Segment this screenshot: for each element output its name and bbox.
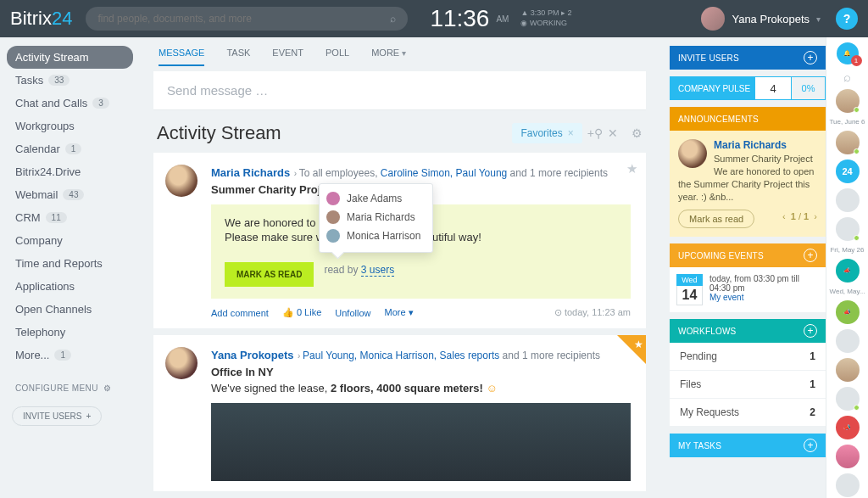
more-link[interactable]: More ▾ (384, 307, 413, 318)
nav-webmail[interactable]: Webmail43 (7, 183, 133, 206)
tab-poll[interactable]: POLL (326, 48, 349, 66)
clock-widget[interactable]: 11:36 AM ▲ 3:30 PM ▸ 2 ◉ WORKING (430, 5, 571, 32)
announcement-card[interactable]: Maria Richards Summer Charity Project We… (670, 131, 826, 237)
tab-message[interactable]: MESSAGE (159, 48, 204, 66)
announcement-pager[interactable]: ‹ 1 / 1 › (782, 211, 817, 221)
post-image[interactable] (211, 403, 631, 481)
plus-icon[interactable]: + (804, 51, 817, 64)
logo[interactable]: Bitrix24 (10, 8, 72, 30)
upcoming-event[interactable]: Wed 14 today, from 03:30 pm till 04:30 p… (670, 267, 826, 312)
contact-avatar[interactable] (836, 358, 860, 382)
post-body-text: We've signed the lease, 2 floors, 4000 s… (211, 382, 631, 394)
nav-drive[interactable]: Bitrix24.Drive (7, 160, 133, 183)
tooltip-user[interactable]: Maria Richards (347, 211, 415, 223)
stream-post: ★ Maria Richards › To all employees, Car… (153, 153, 646, 328)
contact-avatar[interactable] (836, 445, 860, 468)
close-icon[interactable]: ✕ (608, 126, 618, 140)
post-recipients: Paul Young, Monica Harrison, Sales repor… (303, 350, 600, 361)
user-menu[interactable]: Yana Prokopets ▾ ? (701, 7, 858, 31)
gear-icon[interactable]: ⚙ (632, 126, 643, 140)
search-icon[interactable]: ⌕ (390, 13, 396, 25)
read-by-link[interactable]: 3 users (361, 264, 394, 277)
tab-task[interactable]: TASK (226, 48, 250, 66)
star-icon[interactable]: ★ (626, 161, 637, 176)
configure-menu[interactable]: CONFIGURE MENU⚙ (7, 378, 133, 398)
notifications-icon[interactable]: 🔔1 (837, 42, 859, 64)
add-person-icon[interactable]: +⚲ (587, 126, 603, 140)
close-icon[interactable]: × (568, 127, 574, 139)
nav-tasks[interactable]: Tasks33 (7, 69, 133, 92)
nav-crm[interactable]: CRM11 (7, 206, 133, 229)
composer-input[interactable]: Send message … (153, 71, 646, 110)
chevron-down-icon: ▾ (402, 48, 406, 58)
post-author[interactable]: Yana Prokopets (211, 349, 294, 361)
b24-icon[interactable]: 24 (836, 159, 860, 183)
user-name: Yana Prokopets (732, 13, 810, 25)
left-sidebar: Activity Stream Tasks33 Chat and Calls3 … (0, 37, 140, 443)
nav-apps[interactable]: Applications (7, 275, 133, 298)
nav-channels[interactable]: Open Channels (7, 298, 133, 321)
user-avatar-icon (326, 210, 340, 224)
unfollow-link[interactable]: Unfollow (335, 308, 370, 318)
main-content: MESSAGE TASK EVENT POLL MORE ▾ Send mess… (140, 37, 659, 498)
nav-telephony[interactable]: Telephony (7, 321, 133, 344)
megaphone-icon[interactable]: 📣 (836, 300, 860, 324)
help-button[interactable]: ? (836, 8, 858, 30)
workflows-header[interactable]: WORKFLOWS+ (670, 319, 826, 343)
contact-rail: 🔔1 ⌕ Tue, June 6 24 Fri, May 26 📣 Wed, M… (826, 37, 868, 498)
user-avatar-icon (326, 192, 340, 205)
add-comment-link[interactable]: Add comment (211, 308, 269, 318)
calendar-day-icon: Wed 14 (676, 274, 703, 305)
event-title[interactable]: My event (709, 293, 819, 302)
global-search[interactable]: ⌕ (86, 7, 408, 31)
megaphone-icon[interactable]: 📣 (836, 259, 860, 283)
workflow-row[interactable]: Files1 (670, 371, 826, 399)
nav-company[interactable]: Company (7, 229, 133, 252)
like-link[interactable]: 👍 0 Like (282, 307, 321, 318)
tooltip-user[interactable]: Jake Adams (347, 193, 402, 204)
plus-icon[interactable]: + (804, 249, 817, 262)
company-pulse[interactable]: COMPANY PULSE 4 0% (670, 76, 826, 100)
rail-date: Fri, May 26 (830, 246, 864, 254)
mark-as-read-button[interactable]: MARK AS READ (225, 262, 314, 287)
nav-workgroups[interactable]: Workgroups (7, 115, 133, 137)
mark-as-read-button[interactable]: Mark as read (678, 210, 754, 228)
nav-time[interactable]: Time and Reports (7, 252, 133, 275)
search-icon[interactable]: ⌕ (843, 70, 851, 84)
contact-avatar[interactable] (836, 188, 860, 212)
contact-avatar[interactable] (836, 89, 860, 113)
contact-avatar[interactable] (836, 329, 860, 353)
nav-activity-stream[interactable]: Activity Stream (7, 46, 133, 69)
clock-meta-top: ▲ 3:30 PM ▸ 2 (520, 8, 571, 19)
invite-users-panel[interactable]: INVITE USERS+ (670, 46, 826, 70)
clock-time: 11:36 (430, 5, 489, 32)
nav-more[interactable]: More...1 (7, 344, 133, 367)
search-input[interactable] (97, 13, 390, 25)
nav-calendar[interactable]: Calendar1 (7, 137, 133, 160)
nav-chat[interactable]: Chat and Calls3 (7, 92, 133, 115)
post-author[interactable]: Maria Richards (211, 166, 290, 179)
favorites-filter[interactable]: Favorites × (512, 123, 581, 143)
plus-icon[interactable]: + (804, 324, 817, 338)
tab-event[interactable]: EVENT (272, 48, 303, 66)
plus-icon[interactable]: + (804, 439, 817, 452)
post-avatar[interactable] (165, 165, 198, 197)
megaphone-icon[interactable]: 📣 (836, 416, 860, 439)
tooltip-user[interactable]: Monica Harrison (347, 230, 420, 242)
my-tasks-header[interactable]: MY TASKS+ (670, 434, 826, 457)
composer-tabs: MESSAGE TASK EVENT POLL MORE ▾ (150, 37, 649, 66)
contact-avatar[interactable] (836, 217, 860, 241)
contact-avatar[interactable] (836, 387, 860, 411)
readers-tooltip: Jake Adams Maria Richards Monica Harriso… (319, 183, 433, 253)
post-avatar[interactable] (165, 347, 198, 379)
workflow-row[interactable]: Pending1 (670, 343, 826, 371)
contact-avatar[interactable] (836, 131, 860, 154)
user-avatar (701, 7, 725, 31)
top-header: Bitrix24 ⌕ 11:36 AM ▲ 3:30 PM ▸ 2 ◉ WORK… (0, 0, 868, 37)
contact-avatar[interactable] (836, 473, 860, 497)
star-corner-icon[interactable] (617, 335, 646, 364)
workflow-row[interactable]: My Requests2 (670, 399, 826, 427)
invite-users-pill[interactable]: INVITE USERS+ (12, 406, 102, 426)
tab-more[interactable]: MORE ▾ (371, 48, 406, 66)
events-header[interactable]: UPCOMING EVENTS+ (670, 243, 826, 267)
